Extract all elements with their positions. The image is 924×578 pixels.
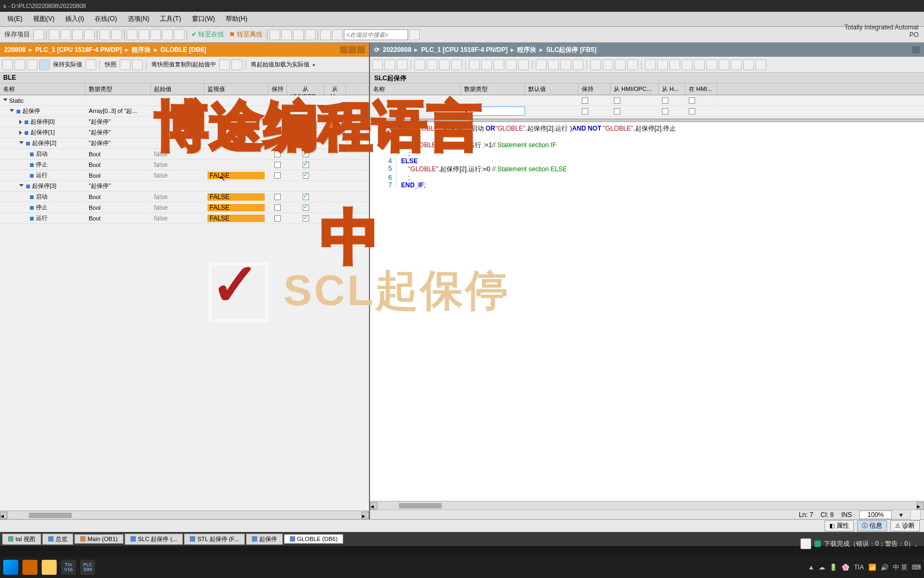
tool-icon[interactable] [682,59,692,70]
table-row[interactable]: 启动Boolfalse [0,149,369,159]
go-online-button[interactable]: ✔ 转至在线 [189,30,226,39]
tool-icon[interactable] [384,59,395,70]
table-row[interactable]: 起保停[0]"起保停" [0,117,369,127]
bottom-tab[interactable]: tal 视图 [2,534,41,545]
table-row[interactable]: 启动BoolfalseFALSE [0,192,369,202]
download-icon[interactable] [138,29,149,40]
menu-help[interactable]: 帮助(H) [220,13,253,25]
menu-view[interactable]: 视图(V) [28,13,60,25]
tool-icon[interactable] [706,59,717,70]
bottom-tab[interactable]: STL 起保停 (F... [184,534,244,545]
tool-icon[interactable] [743,59,754,70]
tool-icon[interactable] [615,59,626,70]
go-offline-button[interactable]: ✖ 转至离线 [227,30,264,39]
explorer-icon[interactable] [42,560,57,575]
tool-icon[interactable] [657,59,668,70]
tool-icon[interactable] [414,59,425,70]
cut-icon[interactable] [49,29,59,40]
start-sim-icon[interactable] [162,29,173,40]
menu-options[interactable]: 选项(N) [122,13,155,25]
tia-icon[interactable]: TIAV16 [61,560,76,575]
tool-icon[interactable] [719,59,729,70]
tool-icon[interactable] [232,59,242,70]
tool-icon[interactable] [293,29,304,40]
tool-icon[interactable] [439,59,450,70]
menu-online[interactable]: 在线(O) [89,13,122,25]
table-row[interactable]: 起保停[2]"起保停" [0,138,369,149]
split-icon[interactable] [332,29,343,40]
tool-icon[interactable] [397,59,407,70]
zoom-select[interactable]: 100% [859,511,892,519]
tool-icon[interactable] [372,59,383,70]
tool-icon[interactable] [14,59,25,70]
table-row[interactable]: 运行BoolfalseFALSE [0,170,369,181]
bottom-tab[interactable]: GLOBLE (DB6) [284,534,344,544]
search-icon[interactable] [409,29,420,40]
tool-icon[interactable] [560,59,571,70]
tool-icon[interactable] [120,59,130,70]
tool-icon[interactable] [86,59,96,70]
tool-icon[interactable] [669,59,680,70]
bottom-tab[interactable]: 总览 [42,534,73,545]
bottom-tab[interactable]: Main (OB1) [74,534,124,544]
print-icon[interactable] [33,29,44,40]
data-grid[interactable]: Static起保停Array[0..3] of "起...起保停[0]"起保停"… [0,95,369,511]
table-row[interactable]: 起保停[3]"起保停" [0,181,369,192]
tool-icon[interactable] [590,59,601,70]
tool-icon[interactable] [132,59,143,70]
upload-icon[interactable] [150,29,161,40]
redo-icon[interactable] [111,29,122,40]
menu-window[interactable]: 窗口(W) [187,13,220,25]
undo-icon[interactable] [99,29,110,40]
tool-icon[interactable] [27,59,37,70]
menu-insert[interactable]: 插入(I) [60,13,89,25]
keep-actual-button[interactable]: 保持实际值 [51,60,84,69]
tool-icon[interactable] [731,59,742,70]
maximize-icon[interactable] [349,46,356,54]
tab-info[interactable]: ⓘ 信息 [857,520,887,531]
tool-icon[interactable] [573,59,583,70]
tool-icon[interactable] [2,59,13,70]
tool-icon[interactable] [481,59,492,70]
interface-rows[interactable]: ▾ [370,95,924,119]
table-row[interactable]: 停止Boolfalse [0,159,369,170]
tool-icon[interactable] [756,59,766,70]
tool-icon[interactable] [494,59,504,70]
tab-properties[interactable]: ◧ 属性 [825,520,854,531]
start-icon[interactable] [3,560,18,575]
tool-icon[interactable] [506,59,517,70]
copy-icon[interactable] [60,29,71,40]
copy-snapshot-button[interactable]: 将快照值复制到起始值中 [150,60,218,69]
tool-icon[interactable] [548,59,559,70]
tool-icon[interactable] [270,29,280,40]
table-row[interactable]: Static [0,95,369,106]
load-actual-button[interactable]: 将起始值加载为实际值 [249,60,311,69]
delete-icon[interactable] [84,29,95,40]
minimize-icon[interactable] [912,46,920,54]
monitor-icon[interactable] [39,59,50,70]
tool-icon[interactable] [536,59,546,70]
table-row[interactable]: 停止BoolfalseFALSE [0,202,369,213]
zoom-icon[interactable] [910,509,921,520]
tool-icon[interactable] [800,538,811,549]
tool-icon[interactable] [451,59,462,70]
snapshot-button[interactable]: 快照 [103,60,118,69]
tool-icon[interactable] [603,59,613,70]
bottom-tab[interactable]: 起保停 [246,534,283,545]
project-search-input[interactable] [344,29,408,40]
tool-icon[interactable] [469,59,480,70]
stop-sim-icon[interactable] [174,29,184,40]
system-tray[interactable]: ▲☁🔋🌸TIA📶🔊 中 英⌨ [808,563,921,572]
paste-icon[interactable] [72,29,83,40]
close-icon[interactable] [357,46,365,54]
menu-tools[interactable]: 工具(T) [155,13,186,25]
save-project-button[interactable]: 保存项目 [2,30,32,39]
tool-icon[interactable] [645,59,656,70]
minimize-icon[interactable] [340,46,348,54]
menu-edit[interactable]: 辑(E) [2,13,28,25]
h-scrollbar[interactable]: ◂▸ [0,511,369,519]
tool-icon[interactable] [219,59,230,70]
tool-icon[interactable] [427,59,437,70]
bottom-tab[interactable]: SLC 起保停 (... [125,534,183,545]
app-icon[interactable] [22,560,37,575]
